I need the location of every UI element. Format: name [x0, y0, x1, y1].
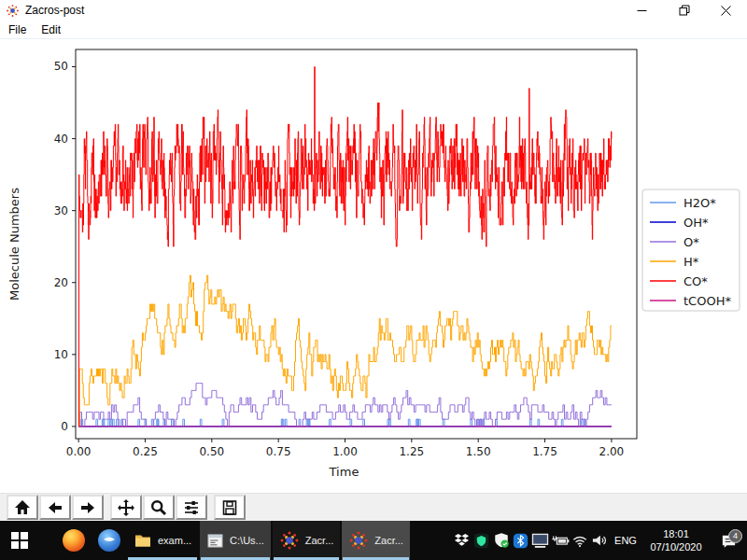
y-axis-label: Molecule Numbers — [7, 188, 21, 301]
taskbar-app-label: Zacr... — [374, 535, 403, 546]
x-tick-label: 2.00 — [599, 445, 625, 458]
magnifier-icon — [149, 498, 168, 517]
legend-label: H2O* — [684, 196, 716, 210]
x-tick-label: 0.50 — [199, 445, 224, 458]
y-tick-label: 10 — [54, 348, 68, 361]
home-button[interactable] — [7, 495, 38, 520]
x-axis-label: Time — [329, 465, 359, 479]
minimize-icon — [637, 6, 647, 16]
legend-label: H* — [684, 255, 699, 269]
configure-subplots-button[interactable] — [176, 495, 207, 520]
zacros-icon — [279, 530, 300, 551]
mpl-navigation-toolbar — [0, 493, 747, 521]
zoom-button[interactable] — [143, 495, 175, 520]
back-button[interactable] — [39, 495, 71, 520]
window-controls — [621, 0, 747, 21]
save-floppy-icon — [220, 498, 239, 517]
bluetooth-tray-icon[interactable] — [511, 521, 530, 560]
legend-label: CO* — [684, 274, 708, 288]
y-tick-label: 20 — [54, 276, 68, 289]
security-shield-tray-icon[interactable] — [472, 521, 491, 560]
minimize-button[interactable] — [621, 0, 663, 21]
save-button[interactable] — [214, 495, 246, 520]
taskbar-app-label: exam... — [158, 535, 191, 546]
taskbar-file-explorer-button[interactable]: exam... — [127, 521, 198, 560]
zacros-app-icon — [6, 4, 20, 18]
plot-canvas[interactable]: 0.000.250.500.751.001.251.501.752.000102… — [0, 39, 747, 493]
taskbar-clock[interactable]: 18:01 07/10/2020 — [642, 527, 710, 554]
pan-button[interactable] — [110, 495, 142, 520]
x-tick-label: 0.25 — [133, 445, 158, 458]
pan-icon — [117, 498, 135, 517]
legend-label: O* — [684, 235, 699, 249]
clock-date: 07/10/2020 — [650, 540, 701, 553]
forward-arrow-icon — [78, 498, 97, 517]
series-line-H* — [78, 275, 612, 427]
legend-label: OH* — [684, 216, 709, 230]
desktop-screen: Zacros-post File Edit 0.000.250.500.75 — [0, 0, 747, 560]
axes-frame — [76, 49, 637, 439]
window-title: Zacros-post — [25, 4, 84, 17]
windows-taskbar: exam... C:\Us... Zacr... — [0, 521, 747, 560]
x-tick-label: 1.50 — [466, 445, 491, 458]
y-tick-label: 30 — [54, 204, 68, 217]
folder-icon — [134, 531, 152, 550]
forward-button[interactable] — [72, 495, 104, 520]
y-tick-label: 0 — [61, 420, 68, 433]
notification-badge: 4 — [728, 529, 742, 543]
taskbar-firefox-button[interactable] — [56, 521, 92, 560]
x-tick-label: 0.00 — [66, 445, 92, 458]
x-tick-label: 1.00 — [332, 445, 358, 458]
legend-label: tCOOH* — [684, 294, 731, 308]
x-tick-label: 1.75 — [532, 445, 557, 458]
display-tray-icon[interactable] — [530, 521, 550, 560]
back-arrow-icon — [46, 498, 64, 517]
menu-edit[interactable]: Edit — [41, 23, 61, 36]
taskbar-thunderbird-button[interactable] — [92, 521, 127, 560]
taskbar-zacros-post-button[interactable]: Zacr... — [342, 521, 410, 560]
sliders-icon — [182, 498, 201, 517]
window-titlebar: Zacros-post — [0, 0, 747, 21]
home-icon — [13, 498, 32, 517]
series-line-CO* — [78, 67, 612, 427]
console-window-icon — [206, 532, 224, 550]
menubar: File Edit — [0, 21, 747, 39]
y-tick-label: 40 — [54, 133, 68, 146]
language-indicator[interactable]: ENG — [609, 535, 642, 546]
battery-tray-icon[interactable] — [550, 521, 570, 560]
thunderbird-icon — [98, 529, 120, 552]
taskbar-command-prompt-button[interactable]: C:\Us... — [200, 521, 271, 560]
taskbar-zacros-button[interactable]: Zacr... — [273, 521, 341, 560]
menu-file[interactable]: File — [8, 23, 26, 36]
x-tick-label: 0.75 — [266, 445, 291, 458]
y-tick-label: 50 — [54, 60, 68, 73]
windows-logo-icon — [11, 532, 28, 549]
taskbar-app-label: C:\Us... — [230, 535, 264, 546]
taskbar-app-label: Zacr... — [305, 535, 334, 546]
close-icon — [721, 6, 731, 16]
restore-button[interactable] — [663, 0, 705, 21]
volume-tray-icon[interactable] — [589, 521, 609, 560]
firefox-icon — [63, 529, 85, 552]
close-button[interactable] — [705, 0, 747, 21]
x-tick-label: 1.25 — [399, 445, 424, 458]
clock-time: 18:01 — [663, 527, 689, 540]
dropbox-tray-icon[interactable] — [452, 521, 472, 560]
zacros-icon — [348, 530, 369, 551]
start-button[interactable] — [0, 521, 39, 560]
system-tray: ENG 18:01 07/10/2020 4 — [452, 521, 747, 560]
series-line-H2O* — [78, 419, 612, 427]
windows-defender-tray-icon[interactable] — [491, 521, 511, 560]
restore-icon — [679, 5, 690, 16]
action-center-button[interactable]: 4 — [710, 532, 747, 550]
figure-area: 0.000.250.500.751.001.251.501.752.000102… — [0, 39, 747, 493]
wifi-tray-icon[interactable] — [570, 521, 589, 560]
